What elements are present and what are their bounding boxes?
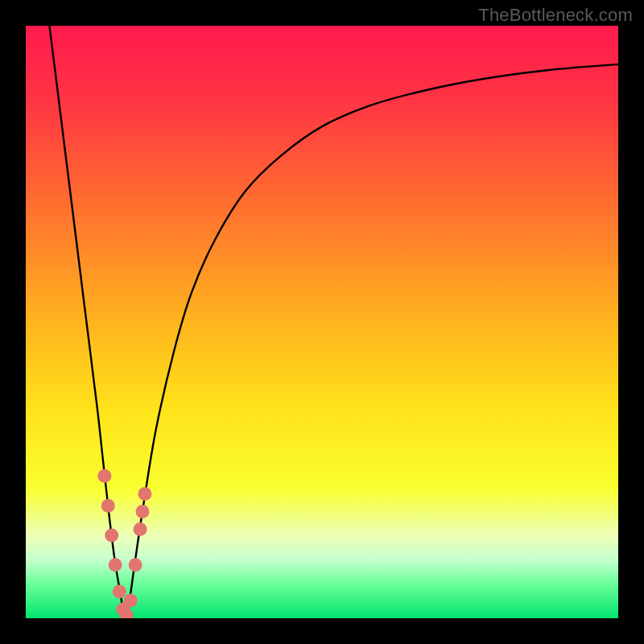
marker-dot	[97, 469, 111, 483]
plot-area	[26, 26, 618, 618]
marker-dot	[101, 499, 115, 513]
chart-frame: TheBottleneck.com	[0, 0, 644, 644]
watermark-text: TheBottleneck.com	[478, 5, 633, 26]
marker-dot	[129, 558, 142, 572]
chart-svg	[26, 26, 618, 618]
marker-dot	[113, 584, 126, 598]
marker-dot	[105, 528, 118, 542]
marker-dot	[134, 522, 147, 536]
marker-dot	[135, 505, 149, 518]
marker-dot	[124, 593, 138, 607]
marker-dot	[109, 558, 122, 572]
marker-dot	[138, 487, 151, 501]
